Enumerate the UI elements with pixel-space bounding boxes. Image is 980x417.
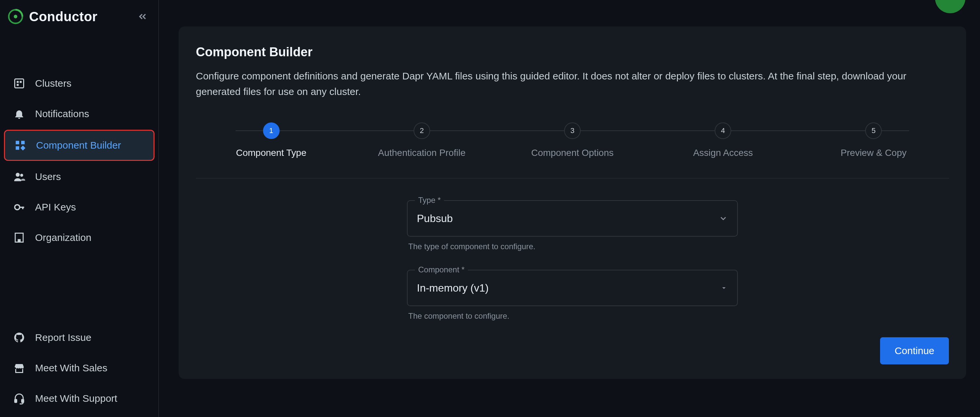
page-title: Component Builder bbox=[196, 45, 949, 59]
svg-point-10 bbox=[16, 173, 20, 177]
continue-button[interactable]: Continue bbox=[880, 337, 949, 364]
caret-down-icon bbox=[720, 284, 728, 292]
field-value: Pubsub bbox=[417, 212, 719, 225]
sidebar-nav: Clusters Notifications Component Builder… bbox=[0, 69, 159, 252]
form-area: Type * Pubsub The type of component to c… bbox=[196, 197, 949, 329]
sidebar-item-organization[interactable]: Organization bbox=[4, 223, 154, 252]
github-icon bbox=[13, 331, 26, 344]
sidebar-item-notifications[interactable]: Notifications bbox=[4, 99, 154, 128]
headset-icon bbox=[13, 392, 26, 405]
svg-rect-7 bbox=[21, 141, 25, 145]
step-number: 5 bbox=[865, 123, 882, 139]
sidebar-item-clusters[interactable]: Clusters bbox=[4, 69, 154, 98]
page-description: Configure component definitions and gene… bbox=[196, 68, 937, 99]
field-helper: The type of component to configure. bbox=[407, 237, 738, 260]
sidebar-item-label: Component Builder bbox=[36, 140, 121, 151]
step-label: Component Options bbox=[531, 148, 613, 158]
step-label: Preview & Copy bbox=[841, 148, 907, 158]
actions-row: Continue bbox=[196, 337, 949, 364]
type-field-wrap: Type * Pubsub The type of component to c… bbox=[407, 197, 738, 260]
sidebar-item-label: API Keys bbox=[35, 202, 76, 213]
svg-rect-5 bbox=[17, 84, 19, 86]
svg-rect-2 bbox=[15, 79, 24, 88]
svg-point-11 bbox=[20, 174, 23, 177]
key-icon bbox=[13, 201, 26, 214]
svg-rect-9 bbox=[21, 146, 25, 151]
avatar[interactable] bbox=[935, 0, 966, 13]
store-icon bbox=[13, 361, 26, 375]
building-icon bbox=[13, 231, 26, 244]
sidebar-item-users[interactable]: Users bbox=[4, 162, 154, 191]
step-label: Assign Access bbox=[693, 148, 753, 158]
svg-rect-3 bbox=[17, 81, 19, 83]
svg-rect-4 bbox=[20, 81, 22, 83]
bell-icon bbox=[13, 107, 26, 121]
step-number: 1 bbox=[263, 123, 280, 139]
field-helper: The component to configure. bbox=[407, 306, 738, 329]
sidebar-item-label: Meet With Support bbox=[35, 393, 117, 404]
component-field-wrap: Component * In-memory (v1) The component… bbox=[407, 266, 738, 329]
step-assign-access[interactable]: 4 Assign Access bbox=[648, 123, 799, 158]
svg-rect-21 bbox=[15, 399, 17, 403]
sidebar-item-label: Organization bbox=[35, 232, 91, 243]
field-value: In-memory (v1) bbox=[417, 282, 720, 294]
svg-rect-22 bbox=[22, 399, 24, 403]
field-label: Type * bbox=[415, 196, 444, 205]
sidebar-item-label: Clusters bbox=[35, 78, 72, 89]
svg-point-1 bbox=[14, 15, 18, 19]
component-select[interactable]: Component * In-memory (v1) bbox=[407, 270, 738, 306]
people-icon bbox=[13, 170, 26, 183]
sidebar-bottom: Report Issue Meet With Sales Meet With S… bbox=[0, 323, 159, 417]
step-number: 4 bbox=[715, 123, 731, 139]
svg-point-12 bbox=[15, 205, 20, 210]
svg-rect-14 bbox=[22, 207, 24, 210]
sidebar-item-label: Report Issue bbox=[35, 332, 91, 343]
divider bbox=[196, 178, 949, 178]
step-component-type[interactable]: 1 Component Type bbox=[196, 123, 347, 158]
collapse-sidebar-button[interactable] bbox=[133, 7, 152, 26]
grid-icon bbox=[13, 77, 26, 90]
step-preview-copy[interactable]: 5 Preview & Copy bbox=[799, 123, 949, 158]
step-label: Authentication Profile bbox=[378, 148, 466, 158]
sidebar-item-component-builder[interactable]: Component Builder bbox=[4, 130, 154, 161]
sidebar-item-meet-support[interactable]: Meet With Support bbox=[4, 384, 154, 413]
sidebar-item-meet-sales[interactable]: Meet With Sales bbox=[4, 353, 154, 383]
svg-rect-20 bbox=[18, 240, 20, 242]
sidebar: Conductor Clusters Notifications bbox=[0, 0, 159, 417]
main-content: Component Builder Configure component de… bbox=[159, 0, 980, 417]
type-select[interactable]: Type * Pubsub bbox=[407, 200, 738, 237]
stepper: 1 Component Type 2 Authentication Profil… bbox=[196, 123, 949, 158]
sidebar-item-label: Users bbox=[35, 171, 61, 182]
svg-rect-8 bbox=[16, 146, 19, 150]
step-component-options[interactable]: 3 Component Options bbox=[497, 123, 648, 158]
logo-icon bbox=[6, 8, 24, 25]
chevron-down-icon bbox=[719, 214, 728, 223]
sidebar-item-api-keys[interactable]: API Keys bbox=[4, 193, 154, 222]
brand-name: Conductor bbox=[29, 9, 98, 24]
step-auth-profile[interactable]: 2 Authentication Profile bbox=[347, 123, 497, 158]
widgets-icon bbox=[14, 138, 27, 152]
sidebar-item-label: Meet With Sales bbox=[35, 362, 107, 374]
builder-card: Component Builder Configure component de… bbox=[179, 27, 966, 379]
svg-rect-6 bbox=[16, 141, 19, 145]
field-label: Component * bbox=[415, 265, 468, 274]
brand-row: Conductor bbox=[0, 3, 159, 36]
sidebar-item-report-issue[interactable]: Report Issue bbox=[4, 323, 154, 352]
step-label: Component Type bbox=[236, 148, 306, 158]
step-number: 3 bbox=[564, 123, 581, 139]
step-number: 2 bbox=[414, 123, 430, 139]
sidebar-item-label: Notifications bbox=[35, 108, 89, 119]
